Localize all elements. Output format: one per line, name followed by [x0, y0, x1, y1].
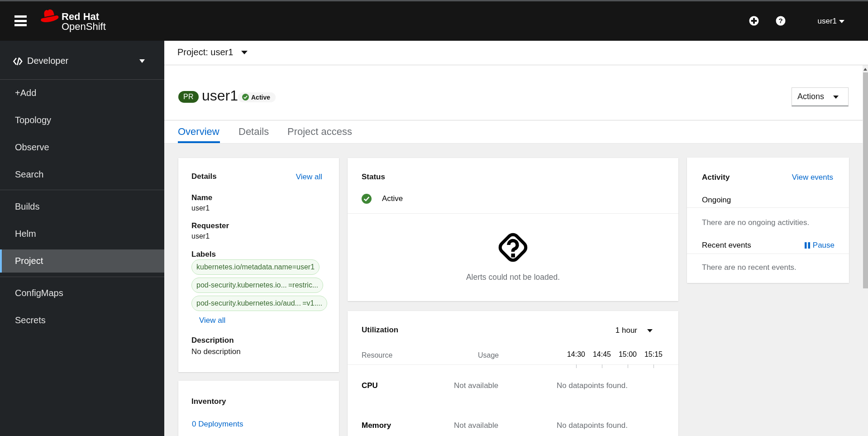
svg-text:?: ? — [778, 17, 782, 24]
